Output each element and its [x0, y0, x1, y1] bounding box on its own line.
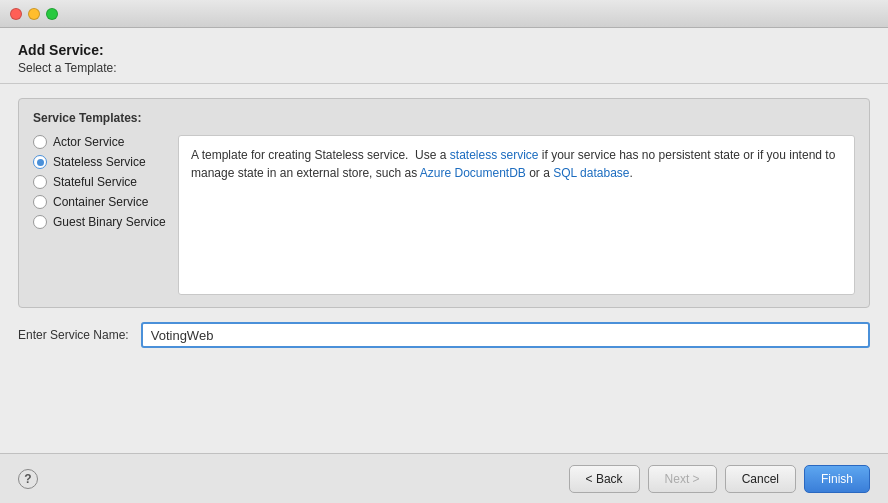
radio-label-guestbinary: Guest Binary Service	[53, 215, 166, 229]
service-templates-section: Service Templates: Actor Service Statele…	[18, 98, 870, 308]
help-button[interactable]: ?	[18, 469, 38, 489]
dialog-header: Add Service: Select a Template:	[0, 28, 888, 84]
close-button[interactable]	[10, 8, 22, 20]
dialog-title: Add Service:	[18, 42, 870, 58]
radio-label-stateful: Stateful Service	[53, 175, 137, 189]
help-icon-label: ?	[24, 472, 31, 486]
radio-item-stateful[interactable]: Stateful Service	[33, 175, 178, 189]
section-label: Service Templates:	[33, 111, 855, 125]
traffic-lights	[10, 8, 58, 20]
radio-item-actor[interactable]: Actor Service	[33, 135, 178, 149]
back-button[interactable]: < Back	[569, 465, 640, 493]
radio-label-actor: Actor Service	[53, 135, 124, 149]
radio-container[interactable]	[33, 195, 47, 209]
service-name-row: Enter Service Name:	[18, 322, 870, 348]
radio-item-guestbinary[interactable]: Guest Binary Service	[33, 215, 178, 229]
next-button[interactable]: Next >	[648, 465, 717, 493]
link-documentdb: Azure DocumentDB	[420, 166, 526, 180]
dialog-body: Service Templates: Actor Service Statele…	[0, 84, 888, 453]
maximize-button[interactable]	[46, 8, 58, 20]
title-bar	[0, 0, 888, 28]
radio-item-container[interactable]: Container Service	[33, 195, 178, 209]
radio-label-container: Container Service	[53, 195, 148, 209]
radio-stateless[interactable]	[33, 155, 47, 169]
link-stateless: stateless service	[450, 148, 539, 162]
finish-button[interactable]: Finish	[804, 465, 870, 493]
footer-left: ?	[18, 469, 38, 489]
service-name-label: Enter Service Name:	[18, 328, 129, 342]
dialog: Add Service: Select a Template: Service …	[0, 28, 888, 503]
minimize-button[interactable]	[28, 8, 40, 20]
dialog-footer: ? < Back Next > Cancel Finish	[0, 453, 888, 503]
footer-right: < Back Next > Cancel Finish	[569, 465, 870, 493]
templates-content: Actor Service Stateless Service Stateful…	[33, 135, 855, 295]
radio-guestbinary[interactable]	[33, 215, 47, 229]
radio-actor[interactable]	[33, 135, 47, 149]
cancel-button[interactable]: Cancel	[725, 465, 796, 493]
radio-list: Actor Service Stateless Service Stateful…	[33, 135, 178, 295]
radio-stateful[interactable]	[33, 175, 47, 189]
dialog-subtitle: Select a Template:	[18, 61, 870, 75]
radio-item-stateless[interactable]: Stateless Service	[33, 155, 178, 169]
radio-label-stateless: Stateless Service	[53, 155, 146, 169]
service-name-input[interactable]	[141, 322, 870, 348]
description-box: A template for creating Stateless servic…	[178, 135, 855, 295]
link-sql: SQL database	[553, 166, 629, 180]
